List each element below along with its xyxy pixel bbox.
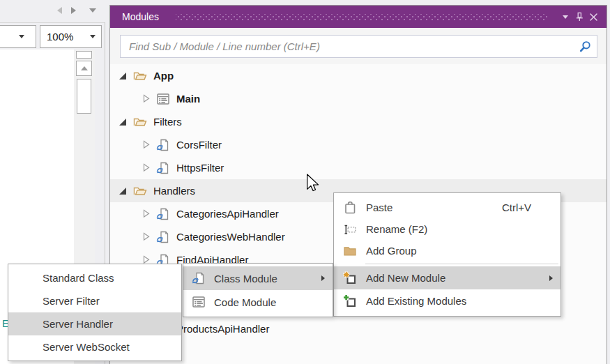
folder-open-icon (133, 115, 147, 129)
menu-item-label: Rename (F2) (366, 223, 561, 235)
menu-item-server-handler[interactable]: Server Handler (8, 312, 181, 335)
panel-title: Modules (122, 11, 159, 22)
add-new-module-icon (343, 271, 357, 285)
menu-item-label: Server WebSocket (8, 341, 181, 353)
tree-item-corsfilter[interactable]: CorsFilter (110, 133, 607, 156)
add-group-folder-icon (343, 244, 357, 258)
forward-arrow-icon[interactable] (71, 7, 76, 14)
tree-item-label: CategoriesWebHandler (176, 231, 285, 243)
search-button[interactable] (573, 36, 597, 57)
code-module-icon (156, 92, 170, 106)
scrollbar-up-button[interactable] (76, 61, 92, 76)
scrollbar-split-handle[interactable] (76, 51, 92, 59)
menu-item-label: Add Group (366, 245, 561, 257)
tree-item-httpsfilter[interactable]: HttpsFilter (110, 156, 607, 179)
menu-item-rename[interactable]: Rename (F2) (334, 218, 561, 240)
folder-open-icon (133, 69, 147, 83)
menu-item-label: Server Filter (8, 295, 181, 307)
collapsed-arrow-icon (142, 94, 151, 103)
tree-item-productsapihandler[interactable]: ProductsApiHandler (110, 317, 607, 340)
menu-item-label: Code Module (214, 296, 333, 308)
tree-item-filters[interactable]: Filters (110, 110, 607, 133)
zoom-dropdown-value: 100% (47, 31, 90, 43)
tree-item-label: Handlers (153, 185, 195, 197)
class-module-icon (156, 138, 170, 152)
menu-item-label: Standard Class (8, 272, 181, 284)
zoom-dropdown[interactable]: 100% (40, 25, 102, 48)
pin-button[interactable] (572, 10, 586, 24)
search-input[interactable] (121, 40, 573, 52)
class-module-icon (156, 207, 170, 221)
menu-item-label: Server Handler (8, 318, 181, 330)
chevron-down-icon (563, 15, 568, 19)
editor-toolbar: 100% (0, 22, 105, 50)
modules-titlebar[interactable]: Modules (110, 6, 607, 28)
tree-item-label: CategoriesApiHandler (176, 208, 279, 220)
class-module-icon (156, 230, 170, 244)
pin-icon (574, 12, 584, 22)
back-arrow-icon[interactable] (57, 7, 62, 14)
up-arrow-icon (81, 66, 88, 70)
class-type-submenu: Standard Class Server Filter Server Hand… (8, 264, 182, 361)
menu-item-standard-class[interactable]: Standard Class (8, 266, 181, 289)
menu-item-label: Class Module (214, 273, 321, 285)
collapsed-arrow-icon (142, 140, 151, 149)
collapsed-arrow-icon (142, 232, 151, 241)
expanded-arrow-icon (119, 119, 126, 126)
paste-icon (344, 202, 356, 214)
class-module-icon (156, 161, 170, 175)
window-position-button[interactable] (558, 10, 572, 24)
tree-item-label: Main (176, 93, 200, 105)
add-existing-modules-icon (343, 294, 357, 308)
tree-item-app[interactable]: App (110, 64, 607, 87)
collapsed-arrow-icon (142, 163, 151, 172)
menu-item-label: Add Existing Modules (366, 295, 561, 307)
tree-item-label: HttpsFilter (176, 162, 224, 174)
tree-item-label: Filters (153, 116, 182, 128)
submenu-arrow-icon (321, 275, 325, 281)
search-strip (110, 28, 607, 64)
expanded-arrow-icon (119, 73, 126, 79)
collapsed-arrow-icon (142, 209, 151, 218)
tree-item-label: App (153, 70, 174, 82)
code-module-icon (192, 295, 206, 309)
menu-item-shortcut: Ctrl+V (502, 202, 531, 213)
rename-icon (344, 223, 356, 236)
menu-item-class-module[interactable]: Class Module (183, 266, 333, 290)
editor-dropdown[interactable] (0, 25, 36, 48)
menu-item-add-existing-modules[interactable]: Add Existing Modules (334, 289, 561, 312)
tree-item-label: ProductsApiHandler (176, 323, 269, 335)
menu-item-code-module[interactable]: Code Module (183, 290, 333, 314)
chevron-down-icon (19, 35, 24, 38)
tree-item-label: CorsFilter (176, 139, 222, 151)
titlebar-drag-grip[interactable] (176, 14, 547, 22)
context-menu: Paste Ctrl+V Rename (F2) Add Group Add N… (333, 192, 561, 317)
toolbar-overflow-icon[interactable] (89, 8, 96, 13)
menu-item-server-filter[interactable]: Server Filter (8, 289, 181, 312)
close-icon (589, 13, 598, 22)
menu-item-add-new-module[interactable]: Add New Module (334, 266, 561, 289)
search-icon (579, 40, 591, 53)
chevron-down-icon (90, 35, 96, 38)
menu-item-paste[interactable]: Paste Ctrl+V (334, 197, 561, 218)
toolbar-nav-group (57, 7, 96, 14)
menu-item-label: Paste (366, 202, 502, 213)
mouse-cursor (306, 174, 320, 192)
search-box (120, 35, 597, 58)
module-type-submenu: Class Module Code Module (183, 263, 333, 317)
menu-separator (365, 264, 558, 264)
close-button[interactable] (586, 10, 600, 24)
folder-open-icon (133, 184, 147, 198)
app-screen: 100% E Modules (0, 0, 610, 364)
submenu-arrow-icon (549, 275, 553, 281)
expanded-arrow-icon (119, 188, 126, 195)
menu-item-add-group[interactable]: Add Group (334, 240, 561, 261)
menu-item-server-websocket[interactable]: Server WebSocket (8, 335, 181, 358)
tree-item-main[interactable]: Main (110, 87, 607, 110)
menu-item-label: Add New Module (366, 272, 549, 284)
class-module-icon (192, 271, 206, 285)
scrollbar-thumb[interactable] (77, 79, 91, 114)
